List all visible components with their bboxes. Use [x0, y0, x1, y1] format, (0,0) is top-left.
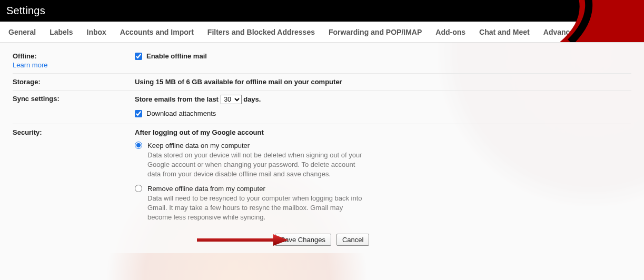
storage-label: Storage:: [13, 78, 135, 86]
tab-offline[interactable]: Offline: [592, 23, 616, 42]
learn-more-link[interactable]: Learn more: [13, 61, 135, 69]
sync-days-select[interactable]: 30: [221, 95, 242, 104]
enable-offline-checkbox[interactable]: [135, 53, 142, 60]
row-sync-settings: Sync settings: Store emails from the las…: [13, 91, 631, 124]
tab-labels[interactable]: Labels: [49, 23, 73, 42]
tab-themes[interactable]: Themes: [629, 23, 644, 42]
remove-data-title: Remove offline data from my computer: [147, 185, 369, 193]
row-storage: Storage: Using 15 MB of 6 GB available f…: [13, 74, 631, 91]
remove-data-desc: Data will need to be resynced to your co…: [147, 194, 369, 223]
chevron-down-icon[interactable]: ▼: [633, 8, 638, 14]
sync-label: Sync settings:: [13, 95, 135, 119]
keyboard-icon[interactable]: [620, 8, 630, 14]
download-attachments-label: Download attachments: [146, 109, 216, 117]
security-label: Security:: [13, 128, 135, 222]
enable-offline-label: Enable offline mail: [146, 52, 207, 60]
settings-tabs: General Labels Inbox Accounts and Import…: [0, 22, 644, 43]
tab-forwarding-pop-imap[interactable]: Forwarding and POP/IMAP: [329, 23, 422, 42]
storage-usage-text: Using 15 MB of 6 GB available for offlin…: [135, 78, 342, 86]
tab-inbox[interactable]: Inbox: [87, 23, 106, 42]
store-emails-suffix: days.: [243, 95, 261, 103]
remove-data-radio[interactable]: [135, 185, 142, 192]
store-emails-prefix: Store emails from the last: [135, 95, 219, 103]
offline-label-text: Offline:: [13, 52, 37, 60]
download-attachments-checkbox[interactable]: [135, 110, 142, 117]
cancel-button[interactable]: Cancel: [336, 234, 369, 246]
tab-advanced[interactable]: Advanced: [543, 23, 579, 42]
security-heading: After logging out of my Google account: [135, 128, 631, 136]
tab-add-ons[interactable]: Add-ons: [435, 23, 465, 42]
keep-data-title: Keep offline data on my computer: [147, 142, 369, 149]
settings-content: Offline: Learn more Enable offline mail …: [0, 43, 644, 253]
app-titlebar: Settings ▼: [0, 0, 644, 22]
page-title: Settings: [6, 5, 45, 17]
tab-chat-meet[interactable]: Chat and Meet: [479, 23, 530, 42]
row-label-offline: Offline: Learn more: [13, 52, 135, 69]
save-changes-button[interactable]: Save Changes: [275, 234, 331, 246]
action-button-row: Save Changes Cancel: [13, 226, 631, 253]
row-security: Security: After logging out of my Google…: [13, 124, 631, 226]
row-offline: Offline: Learn more Enable offline mail: [13, 48, 631, 74]
keep-data-desc: Data stored on your device will not be d…: [147, 151, 369, 179]
tab-filters-blocked[interactable]: Filters and Blocked Addresses: [207, 23, 315, 42]
keep-data-radio[interactable]: [135, 142, 142, 149]
tab-general[interactable]: General: [8, 23, 36, 42]
tab-accounts-import[interactable]: Accounts and Import: [120, 23, 194, 42]
